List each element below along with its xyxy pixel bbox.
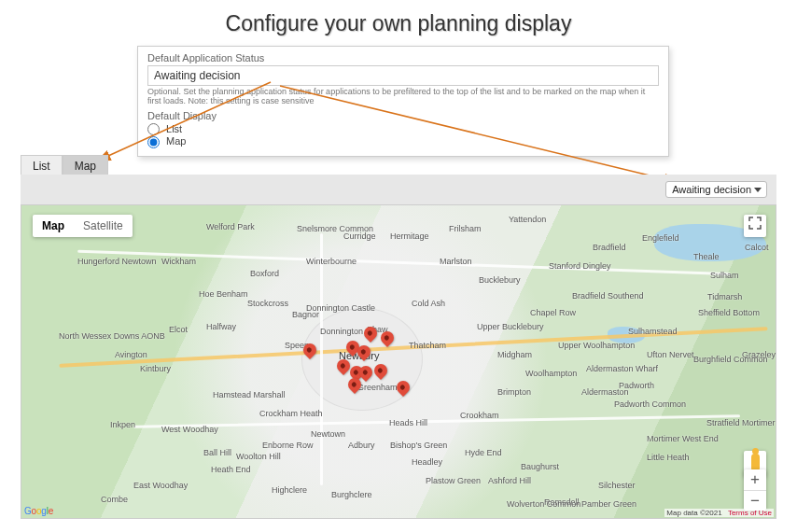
display-option-list[interactable]: List xyxy=(147,123,659,136)
town-label: Woolton Hill xyxy=(236,452,281,461)
town-label: Halfway xyxy=(206,322,236,331)
town-label: Chapel Row xyxy=(530,308,576,317)
town-label: Tidmarsh xyxy=(707,292,742,301)
town-label: Baughurst xyxy=(521,462,559,471)
tab-list[interactable]: List xyxy=(21,155,63,176)
town-label: Hermitage xyxy=(390,231,429,241)
status-filter-select[interactable]: Awaiting decision xyxy=(665,181,767,198)
town-label: Sulham xyxy=(710,271,739,280)
map-canvas[interactable]: NewburyThatchamGreenhamDonningtonSpeenHu… xyxy=(21,205,776,518)
town-label: Yattendon xyxy=(509,215,546,224)
town-label: Brimpton xyxy=(497,387,531,397)
town-label: Upper Woolhampton xyxy=(558,341,635,350)
town-label: Welford Park xyxy=(206,222,255,231)
filter-bar: Awaiting decision xyxy=(21,175,776,204)
town-label: Combe xyxy=(101,495,128,504)
town-label: Elcot xyxy=(169,325,188,334)
town-label: Stockcross xyxy=(247,299,288,308)
google-logo: Google xyxy=(24,506,53,516)
town-label: Bradfield xyxy=(593,243,626,252)
zoom-out-button[interactable]: − xyxy=(744,490,766,511)
pegman-icon xyxy=(751,454,760,470)
town-label: Boxford xyxy=(250,269,279,278)
town-label: Crockham Heath xyxy=(259,409,323,418)
fullscreen-icon xyxy=(748,217,762,230)
town-label: Stratfield Mortimer xyxy=(706,418,776,427)
town-label: Enborne Row xyxy=(262,441,314,450)
town-label: Calcot xyxy=(745,243,769,252)
town-label: Adbury xyxy=(348,441,375,450)
display-field-label: Default Display xyxy=(147,110,659,121)
town-label: Avington xyxy=(115,350,147,359)
town-label: Ball Hill xyxy=(203,448,231,457)
town-label: Wolverton Common xyxy=(507,499,580,509)
fullscreen-button[interactable] xyxy=(744,215,766,237)
map-type-toggle: Map Satellite xyxy=(33,215,133,237)
town-label: Hoe Benham xyxy=(199,289,248,299)
display-radio-map-label: Map xyxy=(166,135,186,147)
town-label: Kintbury xyxy=(140,364,171,373)
town-label: Wickham xyxy=(161,257,196,266)
town-label: Burghclere xyxy=(331,490,372,499)
town-label: Cold Ash xyxy=(412,299,445,308)
town-label: Donnington xyxy=(320,327,363,336)
map-type-satellite[interactable]: Satellite xyxy=(74,215,133,237)
town-label: Woolhampton xyxy=(525,369,577,378)
display-radio-list[interactable] xyxy=(147,123,160,135)
display-option-map[interactable]: Map xyxy=(147,135,659,148)
town-label: Hungerford Newtown xyxy=(77,257,157,266)
status-helper-text: Optional. Set the planning application s… xyxy=(147,88,659,106)
town-label: Sulhamstead xyxy=(628,327,678,336)
town-label: Silchester xyxy=(598,481,636,490)
town-label: Bucklebury xyxy=(479,275,521,285)
town-label: Padworth Common xyxy=(614,399,686,409)
town-label: Highclere xyxy=(272,485,307,495)
display-radio-map[interactable] xyxy=(147,136,160,148)
town-label: North Wessex Downs AONB xyxy=(59,331,165,341)
status-filter-selected: Awaiting decision xyxy=(672,184,751,195)
town-label: Hamstead Marshall xyxy=(213,390,286,399)
town-label: Hyde End xyxy=(465,448,502,457)
town-label: Plastow Green xyxy=(426,476,481,485)
town-label: Mortimer West End xyxy=(647,434,719,443)
default-status-input[interactable] xyxy=(147,65,659,86)
map-road xyxy=(320,233,323,485)
map-attribution: Map data ©2021 Terms of Use xyxy=(664,509,774,517)
town-label: Sheffield Bottom xyxy=(698,308,760,317)
zoom-in-button[interactable]: + xyxy=(744,469,766,490)
town-label: Pamber Green xyxy=(581,499,636,509)
display-radio-list-label: List xyxy=(166,123,182,134)
town-label: Bradfield Southend xyxy=(572,291,644,301)
zoom-control: + − xyxy=(744,469,766,511)
town-label: Upper Bucklebury xyxy=(477,322,544,331)
town-label: Ashford Hill xyxy=(488,476,531,485)
map-road xyxy=(133,414,740,427)
town-label: Theale xyxy=(693,252,720,261)
town-label: East Woodhay xyxy=(133,481,188,490)
tab-map[interactable]: Map xyxy=(63,155,108,176)
town-label: Midgham xyxy=(497,350,532,359)
town-label: West Woodhay xyxy=(161,425,218,434)
town-label: Frilsham xyxy=(449,224,482,233)
town-label: Headley xyxy=(412,457,442,467)
town-label: Crookham xyxy=(460,411,499,420)
map-container[interactable]: NewburyThatchamGreenhamDonningtonSpeenHu… xyxy=(21,204,776,519)
town-label: Padworth xyxy=(619,381,654,390)
town-label: Burghfield Common xyxy=(693,355,768,364)
map-type-map[interactable]: Map xyxy=(33,215,74,237)
town-label: Newtown xyxy=(311,429,345,439)
terms-link[interactable]: Terms of Use xyxy=(728,509,772,517)
town-label: Bishop's Green xyxy=(390,441,447,450)
town-label: Heads Hill xyxy=(389,418,427,427)
town-label: Ufton Nervet xyxy=(647,350,694,359)
town-label: Greenham xyxy=(357,383,398,392)
town-label: Winterbourne xyxy=(306,257,357,266)
town-label: Bagnor xyxy=(292,310,319,319)
town-label: Snelsmore Common xyxy=(297,224,373,233)
page-title: Configure your own planning display xyxy=(0,11,797,36)
town-label: Stanford Dingley xyxy=(549,261,611,271)
town-label: Thatcham xyxy=(409,341,446,350)
view-tabs: List Map xyxy=(21,155,108,176)
town-label: Inkpen xyxy=(110,420,135,429)
town-label: Heath End xyxy=(211,465,251,474)
